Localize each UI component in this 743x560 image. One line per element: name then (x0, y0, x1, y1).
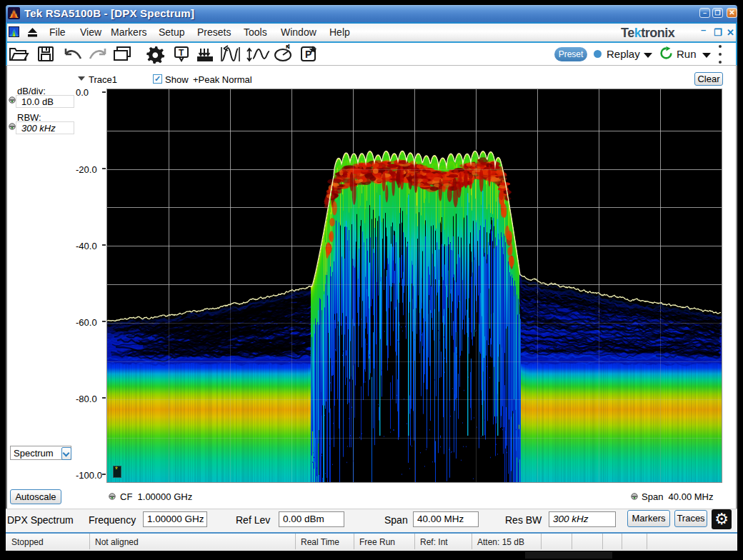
svg-text:P: P (305, 49, 311, 60)
svg-text:T: T (179, 48, 184, 58)
svg-text:N: N (286, 44, 290, 50)
